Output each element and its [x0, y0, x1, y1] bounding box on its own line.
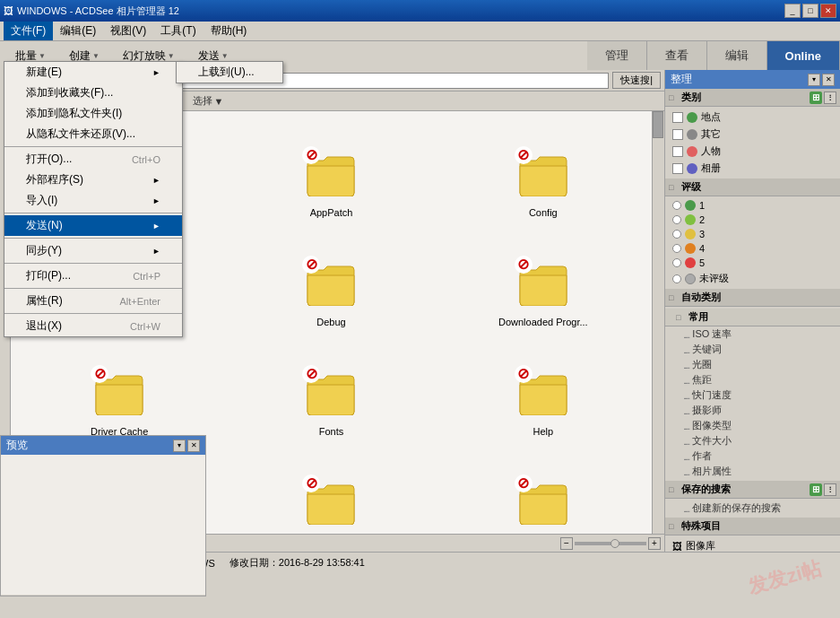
common-subsection-header[interactable]: □ 常用	[665, 309, 840, 326]
slider-thumb[interactable]	[611, 539, 619, 548]
minimize-button[interactable]: _	[784, 4, 801, 18]
preview-pin-button[interactable]: ▾	[173, 440, 186, 452]
menu-add-private[interactable]: 添加到隐私文件夹(I)	[4, 103, 182, 124]
category-place[interactable]: 地点	[665, 109, 840, 126]
auto-categories-section-header[interactable]: □ 自动类别	[665, 289, 840, 307]
title-bar-controls[interactable]: _ □ ✕	[784, 4, 836, 18]
rating-4[interactable]: 4	[665, 241, 840, 256]
slider-track[interactable]	[575, 542, 646, 545]
rp-pin-button[interactable]: ▾	[808, 74, 820, 86]
saved-searches-menu-button[interactable]: ⋮	[824, 483, 836, 496]
file-item[interactable]: ⊘ L2Schemas	[438, 443, 648, 534]
rating4-radio[interactable]	[672, 244, 681, 253]
category-other[interactable]: 其它	[665, 126, 840, 143]
category-people[interactable]: 人物	[665, 143, 840, 160]
folder-icon-container: ⊘	[515, 256, 572, 313]
people-checkbox[interactable]	[672, 146, 683, 157]
rp-close-button[interactable]: ✕	[822, 74, 835, 86]
grid-scrollbar[interactable]	[652, 111, 664, 534]
maximize-button[interactable]: □	[802, 4, 818, 18]
auto-items-body: ISO 速率 关键词 光圈 焦距 快门速度 摄影师 图像类型 文件大小 作者 相…	[665, 326, 840, 479]
tab-view[interactable]: 查看	[647, 41, 707, 70]
category-album[interactable]: 相册	[665, 160, 840, 177]
menu-help[interactable]: 帮助(H)	[204, 22, 255, 40]
auto-author[interactable]: 作者	[665, 448, 840, 464]
preview-close-button[interactable]: ✕	[187, 440, 200, 452]
file-item[interactable]: ⊘ Fonts	[226, 334, 436, 441]
menu-print[interactable]: 打印(P)... Ctrl+P	[4, 265, 182, 286]
rating-unrated[interactable]: 未评级	[665, 270, 840, 287]
close-button[interactable]: ✕	[820, 4, 836, 18]
select-button[interactable]: 选择 ▼	[187, 93, 229, 109]
other-checkbox[interactable]	[672, 129, 683, 140]
create-arrow: ▼	[92, 52, 100, 60]
send-upload[interactable]: 上载到(U)...	[177, 62, 282, 83]
menu-edit[interactable]: 编辑(E)	[53, 22, 103, 40]
preview-controls: ▾ ✕	[173, 440, 200, 452]
zoom-plus-button[interactable]: +	[648, 537, 661, 550]
auto-imagetype[interactable]: 图像类型	[665, 418, 840, 433]
auto-aperture[interactable]: 光圈	[665, 357, 840, 372]
menu-file[interactable]: 文件(F)	[4, 22, 53, 40]
rating-5[interactable]: 5	[665, 256, 840, 270]
menu-external[interactable]: 外部程序(S) ►	[4, 170, 182, 190]
menu-view[interactable]: 视图(V)	[103, 22, 153, 40]
special-items-section-header[interactable]: □ 特殊项目	[665, 518, 840, 535]
create-saved-search[interactable]: 创建新的保存的搜索	[665, 500, 840, 516]
rating-1[interactable]: 1	[665, 198, 840, 213]
rating2-radio[interactable]	[672, 215, 681, 224]
menu-exit[interactable]: 退出(X) Ctrl+W	[4, 316, 182, 336]
place-checkbox[interactable]	[672, 112, 683, 123]
ratings-expand-icon: □	[669, 183, 678, 192]
saved-searches-label: 保存的搜索	[681, 483, 731, 496]
rating3-radio[interactable]	[672, 230, 681, 239]
auto-photographer[interactable]: 摄影师	[665, 403, 840, 418]
file-item[interactable]: ⊘ Help	[438, 334, 648, 441]
auto-categories-body: □ 常用 ISO 速率 关键词 光圈 焦距 快门速度 摄影师 图像类型 文件大小…	[665, 307, 840, 481]
saved-searches-add-button[interactable]: ⊞	[810, 483, 822, 496]
menu-sync[interactable]: 同步(Y) ►	[4, 240, 182, 261]
sep2	[4, 213, 182, 213]
file-item[interactable]: ⊘ Driver Cache	[14, 334, 224, 441]
new-arrow: ►	[152, 68, 160, 77]
rating-2[interactable]: 2	[665, 213, 840, 227]
menu-new[interactable]: 新建(E) ►	[4, 62, 182, 83]
file-item[interactable]: ⊘ Downloaded Progr...	[438, 224, 648, 332]
other-label: 其它	[701, 127, 721, 141]
ratings-section-header[interactable]: □ 评级	[665, 178, 840, 196]
menu-tools[interactable]: 工具(T)	[153, 22, 203, 40]
file-item[interactable]: ⊘ AppPatch	[226, 115, 436, 222]
file-item[interactable]: ⊘ Config	[438, 115, 648, 222]
special-image-library[interactable]: 🖼 图像库	[665, 537, 840, 552]
tab-edit[interactable]: 编辑	[707, 41, 767, 70]
search-button[interactable]: 快速搜|	[612, 72, 661, 89]
rating-3[interactable]: 3	[665, 227, 840, 241]
file-item[interactable]: ⊘ java	[226, 443, 436, 534]
menu-send[interactable]: 发送(N) ►	[4, 215, 182, 236]
rating5-radio[interactable]	[672, 258, 681, 267]
zoom-minus-button[interactable]: −	[560, 537, 573, 550]
tab-manage[interactable]: 管理	[587, 41, 647, 70]
rating1-radio[interactable]	[672, 201, 681, 210]
tab-online[interactable]: Online	[767, 41, 840, 70]
menu-restore-private[interactable]: 从隐私文件来还原(V)...	[4, 124, 182, 144]
menu-open[interactable]: 打开(O)... Ctrl+O	[4, 149, 182, 170]
auto-focal[interactable]: 焦距	[665, 372, 840, 387]
categories-menu-button[interactable]: ⋮	[824, 91, 836, 104]
auto-keyword[interactable]: 关键词	[665, 342, 840, 357]
menu-import[interactable]: 导入(I) ►	[4, 190, 182, 211]
saved-searches-section-header[interactable]: □ 保存的搜索 ⊞ ⋮	[665, 481, 840, 499]
auto-filesize[interactable]: 文件大小	[665, 433, 840, 448]
exit-shortcut: Ctrl+W	[130, 321, 160, 332]
auto-photo-props[interactable]: 相片属性	[665, 464, 840, 479]
file-item[interactable]: ⊘ Debug	[226, 224, 436, 332]
album-checkbox[interactable]	[672, 163, 683, 174]
auto-shutter[interactable]: 快门速度	[665, 387, 840, 403]
menu-properties[interactable]: 属性(R) Alt+Enter	[4, 291, 182, 311]
auto-iso[interactable]: ISO 速率	[665, 326, 840, 342]
unrated-radio[interactable]	[672, 274, 681, 283]
categories-add-button[interactable]: ⊞	[810, 91, 822, 104]
file-name: Fonts	[319, 426, 344, 437]
categories-section-header[interactable]: □ 类别 ⊞ ⋮	[665, 89, 840, 107]
menu-add-favorites[interactable]: 添加到收藏夹(F)...	[4, 83, 182, 103]
